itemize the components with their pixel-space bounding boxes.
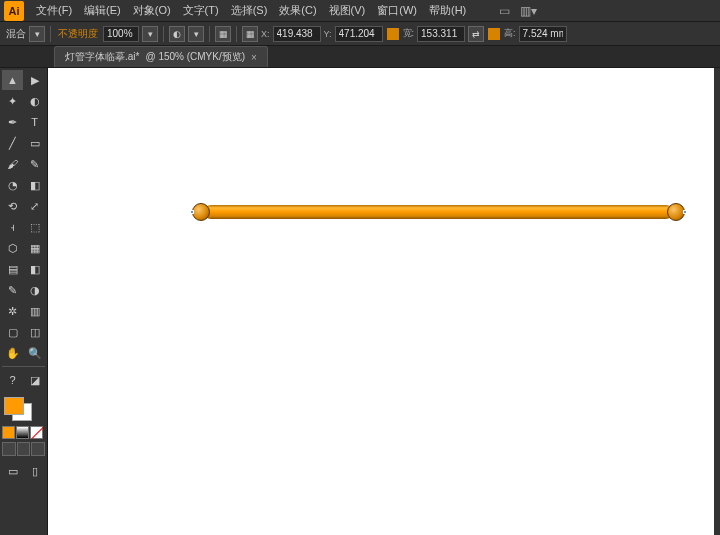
gradient-tool[interactable]: ◧ [24, 259, 45, 279]
h-label: 高: [504, 27, 516, 40]
line-tool[interactable]: ╱ [2, 133, 23, 153]
w-label-icon [387, 28, 399, 40]
tools-panel: ▲▶ ✦◐ ✒T ╱▭ 🖌✎ ◔◧ ⟲⤢ ⫞⬚ ⬡▦ ▤◧ ✎◑ ✲▥ ▢◫ ✋… [0, 68, 48, 535]
fill-stroke-swatch[interactable] [2, 395, 45, 423]
tab-filename: 灯管字体临摹.ai* [65, 50, 139, 64]
anchor-right[interactable] [683, 210, 687, 214]
app-logo: Ai [4, 1, 24, 21]
tab-zoom-info: @ 150% (CMYK/预览) [145, 50, 245, 64]
pen-tool[interactable]: ✒ [2, 112, 23, 132]
x-input[interactable] [273, 26, 321, 42]
mesh-tool[interactable]: ▤ [2, 259, 23, 279]
help-icon[interactable]: ? [2, 370, 23, 390]
menu-object[interactable]: 对象(O) [127, 1, 177, 20]
menu-window[interactable]: 窗口(W) [371, 1, 423, 20]
anchor-left[interactable] [190, 210, 194, 214]
direct-selection-tool[interactable]: ▶ [24, 70, 45, 90]
paintbrush-tool[interactable]: 🖌 [2, 154, 23, 174]
rod-cap-left [192, 203, 210, 221]
y-input[interactable] [335, 26, 383, 42]
hand-tool[interactable]: ✋ [2, 343, 23, 363]
draw-mode-icon[interactable]: ▭ [2, 461, 23, 481]
menu-effect[interactable]: 效果(C) [273, 1, 322, 20]
magic-wand-tool[interactable]: ✦ [2, 91, 23, 111]
gradient-mode-btn[interactable] [16, 426, 29, 439]
arrange-docs-icon[interactable]: ▥▾ [520, 3, 536, 19]
none-mode-btn[interactable] [30, 426, 43, 439]
slice-tool[interactable]: ◫ [24, 322, 45, 342]
main-area: ▲▶ ✦◐ ✒T ╱▭ 🖌✎ ◔◧ ⟲⤢ ⫞⬚ ⬡▦ ▤◧ ✎◑ ✲▥ ▢◫ ✋… [0, 68, 720, 535]
presentation-btn[interactable] [31, 442, 45, 456]
tab-close-icon[interactable]: × [251, 52, 257, 63]
eyedropper-tool[interactable]: ✎ [2, 280, 23, 300]
blend-mode-dropdown[interactable]: ▾ [29, 26, 45, 42]
pencil-tool[interactable]: ✎ [24, 154, 45, 174]
normal-screen-btn[interactable] [2, 442, 16, 456]
align-btn[interactable]: ▦ [215, 26, 231, 42]
column-graph-tool[interactable]: ▥ [24, 301, 45, 321]
menu-edit[interactable]: 编辑(E) [78, 1, 127, 20]
opacity-dropdown[interactable]: ▾ [142, 26, 158, 42]
x-label: X: [261, 29, 270, 39]
transform-ref-icon[interactable]: ▦ [242, 26, 258, 42]
rotate-tool[interactable]: ⟲ [2, 196, 23, 216]
doc-setup-icon[interactable]: ▭ [496, 3, 512, 19]
swap-fill-stroke-icon[interactable]: ◪ [24, 370, 45, 390]
y-label: Y: [324, 29, 332, 39]
symbol-sprayer-tool[interactable]: ✲ [2, 301, 23, 321]
lasso-tool[interactable]: ◐ [24, 91, 45, 111]
scale-tool[interactable]: ⤢ [24, 196, 45, 216]
perspective-grid-tool[interactable]: ▦ [24, 238, 45, 258]
artboard-tool[interactable]: ▢ [2, 322, 23, 342]
free-transform-tool[interactable]: ⬚ [24, 217, 45, 237]
blend-mode-label: 混合 [6, 27, 26, 41]
opacity-label: 不透明度 [56, 27, 100, 41]
w-input[interactable] [417, 26, 465, 42]
full-screen-btn[interactable] [17, 442, 31, 456]
h-label-icon [488, 28, 500, 40]
blob-brush-tool[interactable]: ◔ [2, 175, 23, 195]
tab-bar: 灯管字体临摹.ai* @ 150% (CMYK/预览) × [0, 46, 720, 68]
width-tool[interactable]: ⫞ [2, 217, 23, 237]
h-input[interactable] [519, 26, 567, 42]
document-tab[interactable]: 灯管字体临摹.ai* @ 150% (CMYK/预览) × [54, 46, 268, 67]
rod-shape-object[interactable] [196, 203, 681, 221]
type-tool[interactable]: T [24, 112, 45, 132]
menu-file[interactable]: 文件(F) [30, 1, 78, 20]
link-wh-icon[interactable]: ⇄ [468, 26, 484, 42]
shape-builder-tool[interactable]: ⬡ [2, 238, 23, 258]
menu-help[interactable]: 帮助(H) [423, 1, 472, 20]
selection-tool[interactable]: ▲ [2, 70, 23, 90]
style-btn[interactable]: ◐ [169, 26, 185, 42]
menu-type[interactable]: 文字(T) [177, 1, 225, 20]
menu-view[interactable]: 视图(V) [323, 1, 372, 20]
color-mode-btn[interactable] [2, 426, 15, 439]
options-bar: 混合 ▾ 不透明度 ▾ ◐ ▾ ▦ ▦ X: Y: 宽: ⇄ 高: [0, 22, 720, 46]
rectangle-tool[interactable]: ▭ [24, 133, 45, 153]
change-screen-icon[interactable]: ▯ [24, 461, 45, 481]
w-label: 宽: [403, 27, 415, 40]
blend-tool[interactable]: ◑ [24, 280, 45, 300]
style-menu[interactable]: ▾ [188, 26, 204, 42]
rod-body [204, 205, 673, 219]
opacity-input[interactable] [103, 26, 139, 42]
eraser-tool[interactable]: ◧ [24, 175, 45, 195]
right-edge [714, 68, 720, 535]
zoom-tool[interactable]: 🔍 [24, 343, 45, 363]
fill-swatch[interactable] [4, 397, 24, 415]
menu-select[interactable]: 选择(S) [225, 1, 274, 20]
canvas[interactable] [48, 68, 714, 535]
menu-bar: Ai 文件(F) 编辑(E) 对象(O) 文字(T) 选择(S) 效果(C) 视… [0, 0, 720, 22]
